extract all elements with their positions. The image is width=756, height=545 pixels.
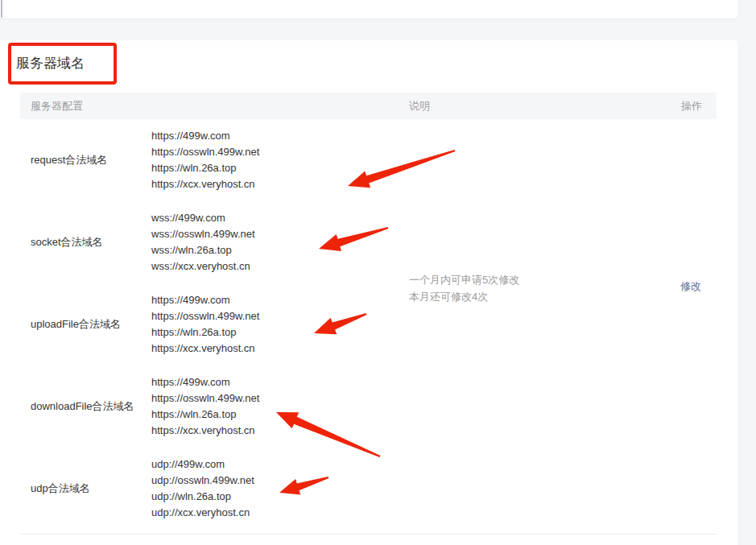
domain-list: https://499w.comhttps://osswln.499w.neth… [151, 292, 259, 357]
domain-list: udp://499w.comudp://osswln.499w.netudp:/… [151, 456, 254, 521]
domain-url: wss://wln.26a.top [151, 242, 255, 258]
table-body: request合法域名 https://499w.comhttps://ossw… [20, 119, 717, 530]
table-bottom-divider [20, 534, 717, 535]
table-row: uploadFile合法域名 https://499w.comhttps://o… [20, 283, 717, 365]
note-line-monthly-limit: 一个月内可申请5次修改 [409, 271, 519, 288]
domain-url: udp://xcx.veryhost.cn [151, 505, 254, 521]
domain-type-label: uploadFile合法域名 [31, 316, 151, 332]
modify-link[interactable]: 修改 [680, 279, 701, 294]
section-title: 服务器域名 [16, 53, 85, 74]
domain-list: https://499w.comhttps://osswln.499w.neth… [151, 374, 259, 439]
domain-url: https://xcx.veryhost.cn [151, 423, 259, 439]
domain-list: https://499w.comhttps://osswln.499w.neth… [151, 128, 259, 192]
table-row: request合法域名 https://499w.comhttps://ossw… [20, 119, 717, 201]
note-line-remaining: 本月还可修改4次 [409, 288, 519, 305]
domain-url: wss://xcx.veryhost.cn [151, 258, 255, 275]
domain-url: https://osswln.499w.net [151, 308, 259, 324]
table-row: udp合法域名 udp://499w.comudp://osswln.499w.… [20, 448, 717, 530]
domain-type-label: downloadFile合法域名 [31, 398, 151, 415]
column-header-config: 服务器配置 [20, 99, 399, 114]
domain-url: https://xcx.veryhost.cn [151, 341, 259, 357]
table-row: socket合法域名 wss://499w.comwss://osswln.49… [20, 201, 717, 283]
domain-url: wss://499w.com [151, 210, 255, 226]
domain-type-label: socket合法域名 [31, 234, 151, 250]
edge-tick-line [1, 0, 2, 18]
table-row: downloadFile合法域名 https://499w.comhttps:/… [20, 365, 717, 448]
server-domain-card: 服务器域名 服务器配置 说明 操作 request合法域名 https://49… [0, 40, 737, 545]
domain-type-label: udp合法域名 [31, 481, 151, 497]
domain-url: https://osswln.499w.net [151, 144, 259, 160]
table-header: 服务器配置 说明 操作 [20, 93, 717, 119]
domain-url: https://499w.com [151, 128, 259, 144]
domain-url: https://499w.com [151, 374, 259, 390]
domain-url: udp://wln.26a.top [151, 489, 254, 505]
domain-url: https://wln.26a.top [151, 160, 259, 176]
domain-list: wss://499w.comwss://osswln.499w.netwss:/… [151, 210, 255, 275]
domain-url: https://osswln.499w.net [151, 390, 259, 407]
domain-url: wss://osswln.499w.net [151, 226, 255, 242]
column-header-operation: 操作 [632, 99, 717, 114]
domain-url: https://wln.26a.top [151, 324, 259, 341]
modify-quota-note: 一个月内可申请5次修改 本月还可修改4次 [409, 271, 519, 305]
previous-card-bottom [0, 0, 737, 19]
domain-url: https://wln.26a.top [151, 407, 259, 423]
column-header-description: 说明 [399, 99, 632, 114]
domain-type-label: request合法域名 [31, 152, 151, 168]
domain-url: https://499w.com [151, 292, 259, 308]
domain-url: https://xcx.veryhost.cn [151, 176, 259, 192]
domain-url: udp://499w.com [151, 456, 254, 473]
domain-url: udp://osswln.499w.net [151, 473, 254, 489]
